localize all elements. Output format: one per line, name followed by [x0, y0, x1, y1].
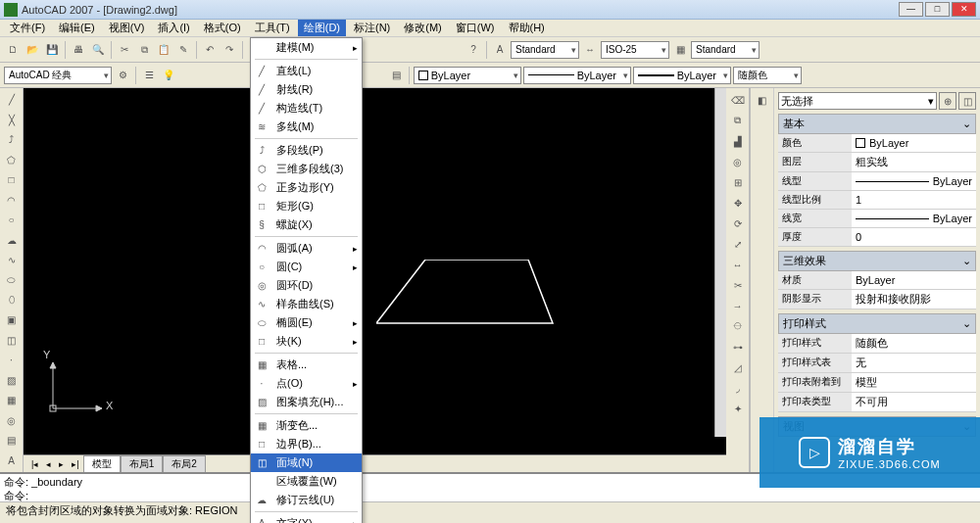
menu-3[interactable]: 插入(I)	[152, 20, 195, 36]
trim-icon[interactable]: ✂	[729, 276, 747, 294]
selection-combo[interactable]: 无选择▾	[778, 92, 937, 110]
prop-value[interactable]: ByLayer	[852, 134, 976, 152]
scale-icon[interactable]: ⤢	[729, 235, 747, 253]
menu-item[interactable]: ☁修订云线(U)	[251, 491, 362, 509]
circle-icon[interactable]: ○	[3, 212, 21, 228]
menu-item[interactable]: ╱射线(R)	[251, 80, 362, 99]
prop-value[interactable]: ByLayer	[852, 172, 976, 190]
menu-6[interactable]: 绘图(D)	[298, 20, 346, 36]
join-icon[interactable]: ⊶	[729, 338, 747, 356]
gear-icon[interactable]: ⚙	[114, 67, 131, 84]
lineweight-combo[interactable]: ByLayer	[633, 67, 731, 84]
paste-icon[interactable]: 📋	[155, 41, 172, 59]
menu-item[interactable]: □块(K)	[251, 332, 362, 351]
pick-icon[interactable]: ◫	[958, 92, 976, 110]
fillet-icon[interactable]: ◞	[729, 379, 747, 397]
save-icon[interactable]: 💾	[43, 41, 61, 59]
prop-row[interactable]: 线宽ByLayer	[778, 210, 976, 228]
prop-value[interactable]: 投射和接收阴影	[852, 290, 976, 309]
prop-row[interactable]: 线型比例1	[778, 191, 976, 210]
menu-item[interactable]: ╱构造线(T)	[251, 99, 362, 118]
menu-2[interactable]: 视图(V)	[103, 20, 151, 36]
prop-row[interactable]: 图层粗实线	[778, 153, 976, 172]
line-icon[interactable]: ╱	[3, 91, 21, 108]
rectangle-icon[interactable]: □	[3, 171, 21, 188]
menu-4[interactable]: 格式(O)	[198, 20, 247, 36]
menu-item[interactable]: ◎圆环(D)	[251, 276, 362, 295]
prop-value[interactable]: 粗实线	[852, 153, 976, 171]
drawing-canvas[interactable]: X Y	[24, 88, 726, 454]
polygon-icon[interactable]: ⬠	[3, 151, 21, 167]
menu-item[interactable]: ╱直线(L)	[251, 62, 362, 80]
menu-item[interactable]: A文字(X)	[251, 514, 362, 523]
maximize-button[interactable]: □	[925, 2, 950, 17]
menu-7[interactable]: 标注(N)	[348, 20, 396, 36]
props-category[interactable]: 三维效果⌄	[778, 251, 976, 271]
pline-icon[interactable]: ⤴	[3, 131, 21, 148]
menu-item[interactable]: 建模(M)	[251, 38, 362, 57]
prop-row[interactable]: 打印样式表无	[778, 354, 976, 373]
spline-icon[interactable]: ∿	[3, 252, 21, 268]
menu-0[interactable]: 文件(F)	[4, 20, 51, 36]
tab-nav[interactable]: ▸	[55, 459, 68, 469]
rotate-icon[interactable]: ⟳	[729, 214, 747, 232]
menu-item[interactable]: ⤴多段线(P)	[251, 141, 362, 160]
gradient-icon[interactable]: ▦	[3, 392, 21, 408]
quick-select-icon[interactable]: ⊕	[939, 92, 956, 110]
cut-icon[interactable]: ✂	[116, 41, 133, 59]
layout-tab[interactable]: 布局1	[121, 455, 164, 472]
menu-item[interactable]: ⬠正多边形(Y)	[251, 178, 362, 197]
menu-item[interactable]: ◫面域(N)	[251, 453, 362, 472]
ellipse-icon[interactable]: ⬭	[3, 271, 21, 288]
linetype-combo[interactable]: ByLayer	[523, 67, 631, 84]
prop-row[interactable]: 打印表附着到模型	[778, 373, 976, 393]
plotstyle-combo[interactable]: 随颜色	[733, 67, 802, 84]
menu-item[interactable]: ▦渐变色...	[251, 416, 362, 435]
layer-manager-icon[interactable]: ▤	[387, 67, 405, 84]
props-category[interactable]: 打印样式⌄	[778, 313, 976, 334]
explode-icon[interactable]: ✦	[729, 400, 747, 417]
arc-icon[interactable]: ◠	[3, 191, 21, 208]
array-icon[interactable]: ⊞	[729, 173, 747, 191]
menu-item[interactable]: ≋多线(M)	[251, 118, 362, 136]
canvas-vscroll[interactable]	[714, 88, 726, 437]
insert-icon[interactable]: ▣	[3, 311, 21, 328]
menu-8[interactable]: 修改(M)	[398, 20, 448, 36]
menu-item[interactable]: 区域覆盖(W)	[251, 472, 362, 491]
menu-item[interactable]: □边界(B)...	[251, 435, 362, 453]
prop-value[interactable]: 0	[852, 228, 976, 246]
redo-icon[interactable]: ↷	[220, 41, 238, 59]
menu-item[interactable]: ○圆(C)	[251, 258, 362, 276]
menu-item[interactable]: §螺旋(X)	[251, 215, 362, 234]
menu-9[interactable]: 窗口(W)	[450, 20, 501, 36]
extend-icon[interactable]: →	[729, 297, 747, 314]
prop-row[interactable]: 厚度0	[778, 228, 976, 247]
menu-item[interactable]: ·点(O)	[251, 374, 362, 393]
preview-icon[interactable]: 🔍	[89, 41, 107, 59]
erase-icon[interactable]: ⌫	[729, 91, 747, 109]
prop-row[interactable]: 打印表类型不可用	[778, 393, 976, 412]
prop-row[interactable]: 材质ByLayer	[778, 271, 976, 290]
prop-value[interactable]: 随颜色	[852, 334, 976, 353]
mirror-icon[interactable]: ▟	[729, 132, 747, 150]
layout-tab[interactable]: 布局2	[163, 455, 206, 472]
prop-value[interactable]: ByLayer	[852, 210, 976, 227]
prop-value[interactable]: 不可用	[852, 393, 976, 411]
dim-style-combo[interactable]: ISO-25	[601, 41, 669, 59]
menu-1[interactable]: 编辑(E)	[53, 20, 101, 36]
point-icon[interactable]: ·	[3, 352, 21, 368]
undo-icon[interactable]: ↶	[201, 41, 219, 59]
text-style-icon[interactable]: A	[491, 41, 509, 59]
table-style-combo[interactable]: Standard	[691, 41, 760, 59]
layout-tab[interactable]: 模型	[83, 455, 121, 472]
revcloud-icon[interactable]: ☁	[3, 231, 21, 248]
menu-item[interactable]: ⬭椭圆(E)	[251, 313, 362, 332]
xline-icon[interactable]: ╳	[3, 111, 21, 127]
layer-state-icon[interactable]: 💡	[160, 67, 177, 84]
stretch-icon[interactable]: ↔	[729, 256, 747, 273]
menu-item[interactable]: ∿样条曲线(S)	[251, 295, 362, 313]
close-button[interactable]: ✕	[952, 2, 976, 17]
region-icon[interactable]: ◎	[3, 412, 21, 429]
open-icon[interactable]: 📂	[24, 41, 41, 59]
prop-value[interactable]: 模型	[852, 373, 976, 392]
